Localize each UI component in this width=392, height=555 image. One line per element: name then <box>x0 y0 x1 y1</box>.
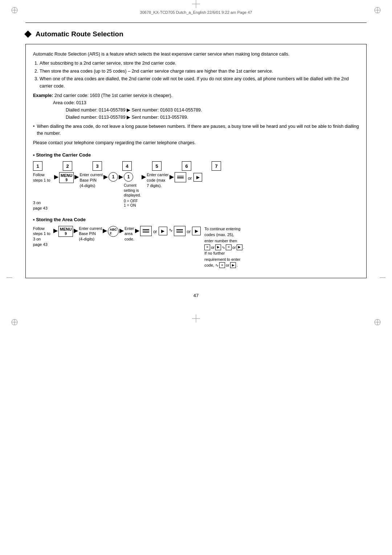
step1-3on: 3 on <box>33 200 41 205</box>
arr4: ▶ <box>118 173 124 180</box>
step1-continuation: 3 on page 43 <box>33 200 359 211</box>
area-col-3: Enter currentBase PIN(4-digits) <box>79 226 102 242</box>
carrier-col1-line2: steps 1 to <box>33 178 50 182</box>
bullet-text: When dialling the area code, do not leav… <box>33 123 359 137</box>
carrier-step-4: 4 <box>122 161 132 171</box>
btn-circle-1: 1 <box>109 172 118 182</box>
section-title: Automatic Route Selection <box>25 30 367 38</box>
list-item-2: Then store the area codes (up to 25 code… <box>40 68 359 75</box>
one-on: 1 = ON <box>124 203 136 207</box>
area-menu-btn2 <box>174 226 185 236</box>
carrier-col-4: 1 <box>109 172 118 182</box>
area-right-text: To continue enteringcodes (max. 25),ente… <box>204 226 244 268</box>
intro-p1: Automatic Route Selection (ARS) is a fea… <box>33 51 359 58</box>
zero-off: 0 = OFF <box>124 199 138 203</box>
area-no-further-text: If no furtherrequirement to enter code, … <box>204 251 240 267</box>
page-number: 47 <box>25 293 367 298</box>
carrier-step-1: 1 <box>33 161 42 171</box>
abc2-label: ABC2 <box>110 228 117 235</box>
area-arr4: ▶ <box>119 227 124 234</box>
carrier-col3-text: Enter currentBase PIN(4-digits) <box>79 173 103 188</box>
carrier-section-title: • Storing the Carrier Code <box>33 152 359 158</box>
bottom-marks-area <box>0 313 392 331</box>
or-text-1: or <box>188 176 192 181</box>
carrier-code-text: Enter carriercode (max7 digits). <box>147 173 169 188</box>
carrier-col-7: or ▶ <box>175 172 203 182</box>
area-section-title: • Storing the Area Code <box>33 217 359 222</box>
area-col-1: Followsteps 1 to3 onpage 43 <box>33 226 53 247</box>
diamond-icon <box>24 31 32 38</box>
left-circle-mark <box>11 7 18 14</box>
left-margin-mark <box>7 278 12 278</box>
menu9-label: MENU <box>61 173 72 178</box>
carrier-step-5: 5 <box>152 161 162 171</box>
menu-btn <box>175 172 186 182</box>
area-arr5: ▶ <box>134 227 140 234</box>
numbered-list: After subscribing to a 2nd carrier servi… <box>40 60 359 90</box>
arr3: ▶ <box>103 173 109 180</box>
bullet-content: When dialling the area code, do not leav… <box>37 123 359 137</box>
carrier-col-5: 1 Currentsetting isdisplayed. 0 = OFF 1 … <box>124 172 141 207</box>
bottom-crosshair <box>192 315 200 324</box>
area-arr1: ▶ <box>53 227 58 234</box>
area-nav-btn-right: ▶ <box>159 227 167 235</box>
list-item-1: After subscribing to a 2nd carrier servi… <box>40 60 359 67</box>
list-item-3: When one of the area codes are dialled, … <box>40 76 359 90</box>
top-crosshair <box>192 0 200 9</box>
area-or-text-2: or <box>187 229 191 234</box>
contact-text: Please contact your telephone company re… <box>33 139 359 146</box>
area-col-5: Enterareacode. <box>124 226 134 242</box>
area-code: Area code: 0113 <box>53 100 86 105</box>
area-col3-text: Enter currentBase PIN(4-digits) <box>79 226 102 242</box>
step-num-7: 7 <box>212 161 221 171</box>
right-margin-mark <box>380 278 385 278</box>
carrier-steps-row: 1 2 3 4 5 <box>33 161 359 171</box>
area-continue-text: To continue enteringcodes (max. 25),ente… <box>204 227 240 243</box>
arr1: ▶ <box>53 173 59 180</box>
content-box: Automatic Route Selection (ARS) is a fea… <box>25 44 367 278</box>
carrier-col-3: Enter currentBase PIN(4-digits) <box>79 172 103 189</box>
example-label: Example: <box>33 93 53 98</box>
bottom-left-circle <box>11 319 18 326</box>
area-col5-text: Enterareacode. <box>124 226 134 242</box>
area-arr3: ▶ <box>102 227 108 234</box>
carrier-col-2: MENU 9 <box>59 172 74 183</box>
page: 30678_KX-TCD705 Dutch_a_English 22/6/01 … <box>0 0 392 555</box>
right-circle-mark <box>374 7 381 14</box>
main-content: Automatic Route Selection Automatic Rout… <box>0 19 392 313</box>
step-num-1: 1 <box>33 161 42 171</box>
arr5: ▶ <box>141 173 147 180</box>
title-text: Automatic Route Selection <box>36 30 123 38</box>
menu9-9: 9 <box>65 178 68 182</box>
step-num-3: 3 <box>93 161 102 171</box>
carrier-col1-line1: Follow <box>33 173 45 177</box>
step-num-6: 6 <box>182 161 191 171</box>
step-num-2: 2 <box>63 161 72 171</box>
carrier-step-6: 6 <box>182 161 191 171</box>
area-arr2: ▶ <box>73 227 79 234</box>
bottom-right-circle <box>374 319 381 326</box>
area-col1-text: Followsteps 1 to3 onpage 43 <box>33 226 50 247</box>
arr6: ▶ <box>169 173 175 180</box>
current-label: Currentsetting isdisplayed. <box>124 183 141 197</box>
step1-page43: page 43 <box>33 206 48 210</box>
area-nav-btn-right2: ▶ <box>192 227 201 235</box>
area-then-text: ≡ or ▶ ∿ ≡ or ▶ . <box>204 244 244 249</box>
area-menu9-9: 9 <box>65 232 67 236</box>
area-wave-icon: ∿ <box>169 227 173 233</box>
area-col-6: or ▶ <box>140 226 167 236</box>
carrier-col-6: Enter carriercode (max7 digits). <box>147 172 169 189</box>
carrier-step-7: 7 <box>212 161 221 171</box>
dialled2: Dialled number: 0113-055789 ▶ Sent numbe… <box>66 115 188 120</box>
area-or-text-1: or <box>153 229 158 234</box>
arr2: ▶ <box>74 173 79 180</box>
carrier-col-1: Follow steps 1 to <box>33 172 53 183</box>
area-menu-btn <box>140 226 152 236</box>
area-menu9-label: MENU <box>60 227 72 231</box>
dialled1: Dialled number: 0114-055789 ▶ Sent numbe… <box>66 108 202 113</box>
btn-circle-1b: 1 <box>124 172 133 182</box>
area-col-2: MENU 9 <box>58 226 73 237</box>
example-body: 2nd carrier code: 1603 (The 1st carrier … <box>54 93 172 98</box>
area-col-4: ABC2 <box>108 226 119 237</box>
step-num-5: 5 <box>152 161 162 171</box>
